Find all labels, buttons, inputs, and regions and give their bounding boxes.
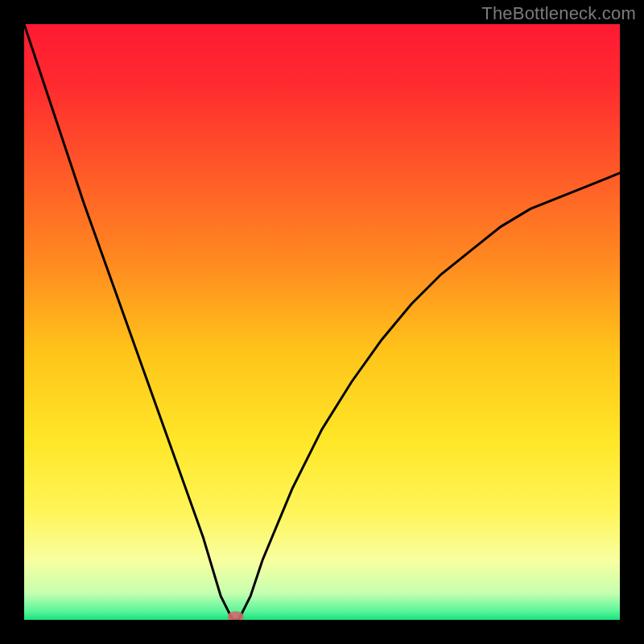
chart-container: TheBottleneck.com — [0, 0, 644, 644]
watermark-text: TheBottleneck.com — [481, 3, 636, 24]
bottleneck-chart — [24, 24, 620, 620]
gradient-background — [24, 24, 620, 620]
